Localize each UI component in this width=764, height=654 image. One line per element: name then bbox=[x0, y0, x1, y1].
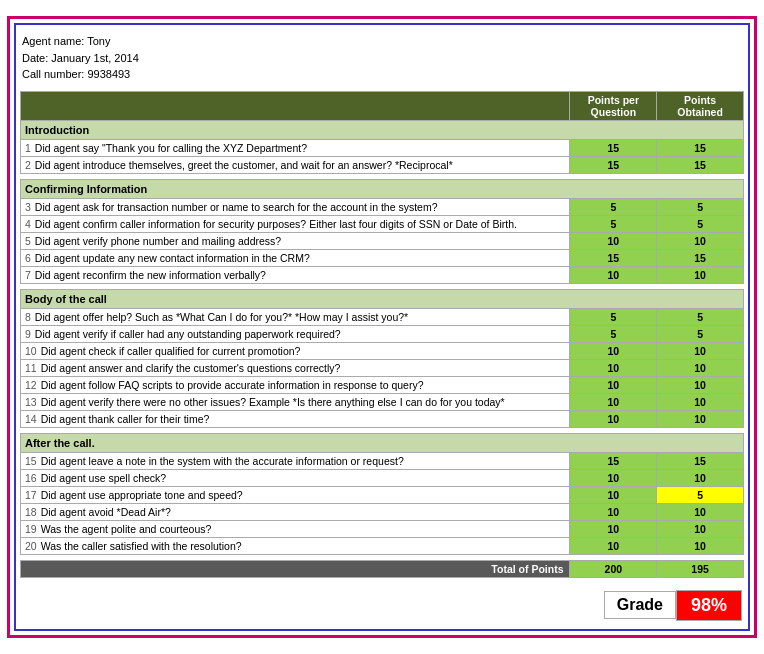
date: Date: January 1st, 2014 bbox=[22, 50, 742, 67]
question-cell: 5Did agent verify phone number and maili… bbox=[21, 232, 570, 249]
po-cell: 5 bbox=[657, 308, 744, 325]
question-cell: 13Did agent verify there were no other i… bbox=[21, 393, 570, 410]
section-header-row: Body of the call bbox=[21, 289, 744, 308]
total-ppq: 200 bbox=[570, 560, 657, 577]
table-row: 3Did agent ask for transaction number or… bbox=[21, 198, 744, 215]
question-cell: 14Did agent thank caller for their time? bbox=[21, 410, 570, 427]
po-cell: 10 bbox=[657, 537, 744, 554]
table-row: 14Did agent thank caller for their time?… bbox=[21, 410, 744, 427]
ppq-cell: 15 bbox=[570, 249, 657, 266]
po-cell: 10 bbox=[657, 376, 744, 393]
table-row: 10Did agent check if caller qualified fo… bbox=[21, 342, 744, 359]
ppq-cell: 10 bbox=[570, 393, 657, 410]
po-cell: 15 bbox=[657, 156, 744, 173]
header-info: Agent name: Tony Date: January 1st, 2014… bbox=[20, 29, 744, 87]
po-cell: 10 bbox=[657, 232, 744, 249]
po-cell: 15 bbox=[657, 249, 744, 266]
ppq-cell: 10 bbox=[570, 266, 657, 283]
question-cell: 4Did agent confirm caller information fo… bbox=[21, 215, 570, 232]
po-cell: 15 bbox=[657, 452, 744, 469]
question-cell: 6Did agent update any new contact inform… bbox=[21, 249, 570, 266]
call-number: Call number: 9938493 bbox=[22, 66, 742, 83]
ppq-cell: 15 bbox=[570, 139, 657, 156]
table-row: 5Did agent verify phone number and maili… bbox=[21, 232, 744, 249]
po-cell: 5 bbox=[657, 215, 744, 232]
table-row: 17Did agent use appropriate tone and spe… bbox=[21, 486, 744, 503]
section-title: Confirming Information bbox=[21, 179, 744, 198]
section-title: Body of the call bbox=[21, 289, 744, 308]
ppq-cell: 5 bbox=[570, 198, 657, 215]
po-cell: 10 bbox=[657, 393, 744, 410]
table-row: 18Did agent avoid *Dead Air*?1010 bbox=[21, 503, 744, 520]
section-header-row: Introduction bbox=[21, 120, 744, 139]
section-title: After the call. bbox=[21, 433, 744, 452]
ppq-cell: 10 bbox=[570, 359, 657, 376]
po-cell: 5 bbox=[657, 486, 744, 503]
ppq-cell: 10 bbox=[570, 486, 657, 503]
ppq-cell: 10 bbox=[570, 410, 657, 427]
grade-label: Grade bbox=[604, 591, 676, 619]
col-header-ppq: Points per Question bbox=[570, 91, 657, 120]
ppq-cell: 10 bbox=[570, 342, 657, 359]
ppq-cell: 10 bbox=[570, 232, 657, 249]
table-row: 2Did agent introduce themselves, greet t… bbox=[21, 156, 744, 173]
table-row: 12Did agent follow FAQ scripts to provid… bbox=[21, 376, 744, 393]
total-row: Total of Points200195 bbox=[21, 560, 744, 577]
po-cell: 10 bbox=[657, 266, 744, 283]
ppq-cell: 10 bbox=[570, 520, 657, 537]
inner-border: Agent name: Tony Date: January 1st, 2014… bbox=[14, 23, 750, 631]
ppq-cell: 15 bbox=[570, 452, 657, 469]
section-header-row: Confirming Information bbox=[21, 179, 744, 198]
grade-value: 98% bbox=[676, 590, 742, 621]
question-cell: 18Did agent avoid *Dead Air*? bbox=[21, 503, 570, 520]
question-cell: 16Did agent use spell check? bbox=[21, 469, 570, 486]
table-row: 13Did agent verify there were no other i… bbox=[21, 393, 744, 410]
scorecard-table: Points per Question Points Obtained Intr… bbox=[20, 91, 744, 578]
table-row: 6Did agent update any new contact inform… bbox=[21, 249, 744, 266]
ppq-cell: 10 bbox=[570, 469, 657, 486]
po-cell: 10 bbox=[657, 469, 744, 486]
table-row: 8Did agent offer help? Such as *What Can… bbox=[21, 308, 744, 325]
outer-border: Agent name: Tony Date: January 1st, 2014… bbox=[7, 16, 757, 638]
ppq-cell: 5 bbox=[570, 308, 657, 325]
table-row: 9Did agent verify if caller had any outs… bbox=[21, 325, 744, 342]
po-cell: 10 bbox=[657, 520, 744, 537]
ppq-cell: 10 bbox=[570, 537, 657, 554]
total-po: 195 bbox=[657, 560, 744, 577]
total-label: Total of Points bbox=[21, 560, 570, 577]
table-row: 4Did agent confirm caller information fo… bbox=[21, 215, 744, 232]
question-cell: 12Did agent follow FAQ scripts to provid… bbox=[21, 376, 570, 393]
question-cell: 15Did agent leave a note in the system w… bbox=[21, 452, 570, 469]
ppq-cell: 5 bbox=[570, 215, 657, 232]
question-cell: 2Did agent introduce themselves, greet t… bbox=[21, 156, 570, 173]
question-cell: 10Did agent check if caller qualified fo… bbox=[21, 342, 570, 359]
po-cell: 5 bbox=[657, 198, 744, 215]
question-cell: 8Did agent offer help? Such as *What Can… bbox=[21, 308, 570, 325]
table-row: 11Did agent answer and clarify the custo… bbox=[21, 359, 744, 376]
po-cell: 5 bbox=[657, 325, 744, 342]
col-header-question bbox=[21, 91, 570, 120]
table-row: 7Did agent reconfirm the new information… bbox=[21, 266, 744, 283]
ppq-cell: 10 bbox=[570, 376, 657, 393]
po-cell: 10 bbox=[657, 503, 744, 520]
po-cell: 10 bbox=[657, 359, 744, 376]
section-header-row: After the call. bbox=[21, 433, 744, 452]
col-header-po: Points Obtained bbox=[657, 91, 744, 120]
grade-row: Grade 98% bbox=[20, 586, 744, 625]
section-title: Introduction bbox=[21, 120, 744, 139]
po-cell: 10 bbox=[657, 342, 744, 359]
question-cell: 17Did agent use appropriate tone and spe… bbox=[21, 486, 570, 503]
table-row: 16Did agent use spell check?1010 bbox=[21, 469, 744, 486]
table-row: 15Did agent leave a note in the system w… bbox=[21, 452, 744, 469]
ppq-cell: 10 bbox=[570, 503, 657, 520]
po-cell: 15 bbox=[657, 139, 744, 156]
question-cell: 3Did agent ask for transaction number or… bbox=[21, 198, 570, 215]
question-cell: 20Was the caller satisfied with the reso… bbox=[21, 537, 570, 554]
agent-name: Agent name: Tony bbox=[22, 33, 742, 50]
question-cell: 7Did agent reconfirm the new information… bbox=[21, 266, 570, 283]
question-cell: 1Did agent say "Thank you for calling th… bbox=[21, 139, 570, 156]
question-cell: 9Did agent verify if caller had any outs… bbox=[21, 325, 570, 342]
po-cell: 10 bbox=[657, 410, 744, 427]
ppq-cell: 5 bbox=[570, 325, 657, 342]
ppq-cell: 15 bbox=[570, 156, 657, 173]
